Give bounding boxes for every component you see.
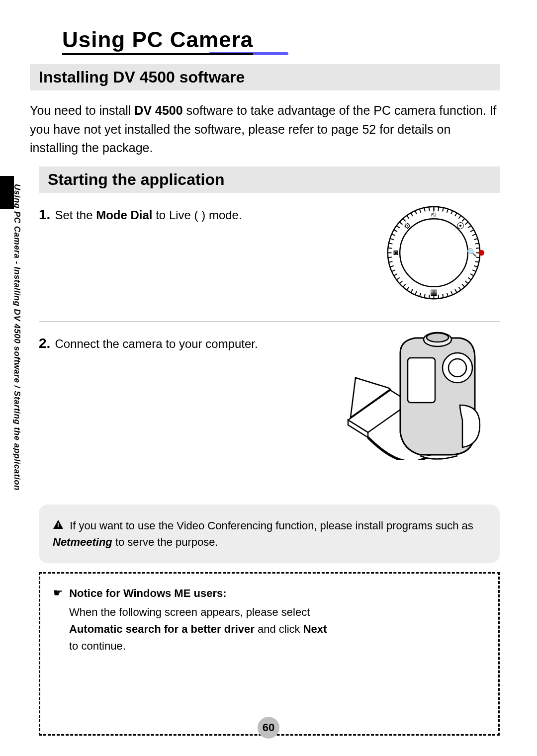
page-number-badge: 60	[258, 717, 279, 739]
svg-text:⎋: ⎋	[432, 210, 437, 219]
svg-line-32	[438, 294, 439, 298]
notice-body: When the following screen appears, pleas…	[69, 604, 485, 655]
notice-box: ☛ Notice for Windows ME users: When the …	[39, 572, 500, 736]
svg-line-47	[388, 257, 392, 257]
camera-connect-illustration	[346, 331, 485, 462]
text-fragment: Set the	[55, 208, 96, 222]
info-box: ! If you want to use the Video Conferenc…	[39, 504, 500, 563]
svg-line-28	[455, 289, 457, 293]
svg-line-58	[411, 213, 413, 216]
svg-line-52	[392, 234, 395, 235]
svg-line-49	[388, 248, 392, 248]
warning-icon: !	[53, 517, 64, 534]
page: Using PC Camera - Installing DV 4500 sof…	[0, 0, 537, 756]
svg-line-5	[443, 207, 444, 211]
text-fragment: to continue.	[69, 640, 126, 652]
svg-line-13	[470, 230, 474, 232]
svg-line-20	[475, 261, 479, 262]
svg-line-36	[420, 293, 421, 296]
svg-line-22	[472, 270, 476, 271]
svg-text:🔍: 🔍	[467, 248, 477, 257]
svg-line-56	[403, 218, 405, 221]
install-paragraph: You need to install DV 4500 software to …	[30, 101, 500, 158]
text-fragment: to serve the purpose.	[112, 536, 218, 548]
svg-line-25	[465, 281, 468, 283]
svg-line-27	[458, 287, 461, 290]
svg-point-77	[427, 333, 448, 342]
svg-line-34	[429, 294, 430, 298]
svg-line-42	[396, 277, 399, 280]
svg-text:◙: ◙	[394, 248, 398, 256]
step-text: Connect the camera to your computer.	[55, 337, 258, 350]
text-bold: Netmeeting	[53, 536, 112, 548]
svg-line-60	[420, 209, 421, 212]
svg-line-26	[462, 284, 464, 287]
svg-line-8	[455, 213, 457, 216]
svg-line-19	[476, 257, 480, 257]
steps-area: 1. Set the Mode Dial to Live ( ) mode.	[39, 207, 500, 736]
mode-dial-illustration: ⎋ ⦿ 🔍 ▦ ⚙ ◙	[383, 202, 485, 306]
text-fragment: If you want to use the Video Conferencin…	[70, 519, 473, 532]
text-fragment: When the following screen appears, pleas…	[69, 606, 310, 618]
step-2: 2. Connect the camera to your computer.	[39, 336, 500, 475]
svg-line-31	[443, 294, 444, 298]
svg-line-30	[447, 293, 448, 296]
pointing-hand-icon: ☛	[53, 585, 63, 601]
svg-line-21	[474, 265, 477, 266]
svg-line-61	[424, 207, 425, 211]
svg-line-24	[468, 277, 471, 280]
step-1: 1. Set the Mode Dial to Live ( ) mode.	[39, 207, 500, 306]
svg-line-11	[465, 222, 468, 224]
svg-line-29	[451, 291, 452, 295]
svg-line-6	[447, 209, 448, 212]
svg-point-74	[448, 359, 466, 377]
text-bold: DV 4500	[134, 103, 182, 117]
section-heading-start: Starting the application	[39, 167, 500, 193]
page-title-wrap: Using PC Camera	[62, 27, 288, 55]
info-text: If you want to use the Video Conferencin…	[53, 519, 473, 548]
side-breadcrumb: Using PC Camera - Installing DV 4500 sof…	[12, 184, 22, 491]
svg-line-62	[429, 207, 430, 211]
svg-text:⦿: ⦿	[456, 221, 464, 230]
svg-line-44	[392, 270, 395, 271]
svg-line-51	[390, 238, 393, 239]
svg-line-43	[394, 273, 397, 275]
svg-rect-75	[408, 358, 435, 403]
svg-line-14	[472, 234, 476, 235]
svg-line-40	[403, 284, 405, 287]
svg-point-69	[478, 250, 484, 255]
svg-line-12	[468, 225, 471, 228]
svg-line-45	[390, 265, 393, 266]
svg-text:!: !	[57, 521, 59, 529]
svg-line-4	[438, 207, 439, 211]
svg-line-37	[415, 291, 417, 295]
svg-line-16	[475, 243, 479, 244]
step-divider	[39, 321, 500, 322]
svg-line-23	[470, 273, 474, 275]
svg-line-53	[394, 230, 397, 232]
text-bold: Automatic search for a better driver	[69, 623, 255, 635]
step-number: 1.	[39, 207, 53, 223]
svg-line-41	[400, 281, 403, 283]
step-text: Set the Mode Dial to Live ( ) mode.	[55, 208, 242, 222]
svg-text:⚙: ⚙	[404, 221, 411, 230]
svg-line-15	[474, 238, 477, 239]
page-title: Using PC Camera	[62, 27, 253, 55]
section-heading-install: Installing DV 4500 software	[30, 64, 500, 90]
svg-line-55	[400, 222, 403, 224]
svg-line-10	[462, 218, 464, 221]
svg-line-7	[451, 210, 452, 214]
notice-heading: Notice for Windows ME users:	[69, 587, 226, 599]
text-bold: Mode Dial	[96, 208, 152, 222]
text-fragment: You need to install	[30, 103, 134, 117]
svg-line-35	[424, 294, 425, 298]
text-fragment: to Live ( ) mode.	[153, 208, 242, 222]
svg-line-50	[389, 243, 393, 244]
camera-laptop-icon	[346, 331, 485, 460]
svg-line-46	[389, 261, 393, 262]
svg-line-54	[396, 225, 399, 228]
svg-line-59	[415, 210, 417, 214]
svg-point-0	[388, 206, 480, 298]
step-number: 2.	[39, 336, 53, 351]
svg-line-38	[411, 289, 413, 293]
